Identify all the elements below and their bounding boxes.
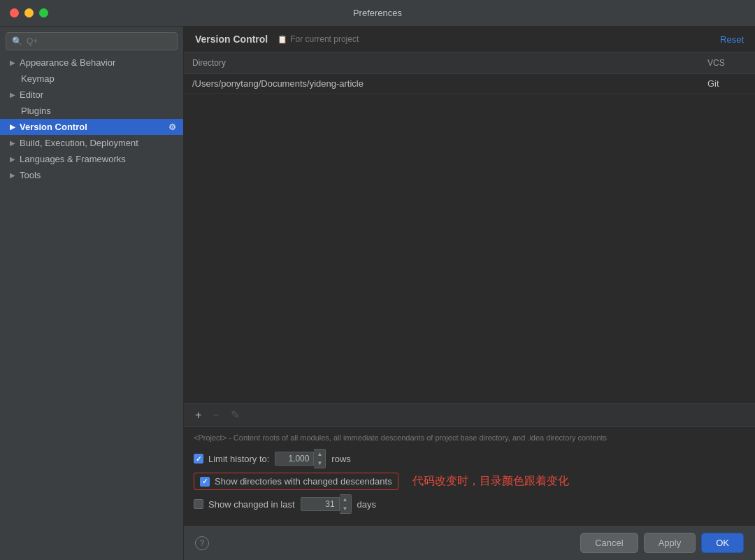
table-header: Directory VCS — [184, 52, 755, 74]
show-descendants-label[interactable]: Show directories with changed descendant… — [200, 476, 392, 487]
sidebar-item-editor[interactable]: ▶ Editor — [0, 87, 183, 103]
col-header-directory: Directory — [184, 55, 699, 71]
show-descendants-text: Show directories with changed descendant… — [215, 476, 392, 487]
annotation-text: 代码改变时，目录颜色跟着变化 — [412, 474, 569, 489]
cell-directory: /Users/ponytang/Documents/yideng-article — [184, 74, 699, 93]
spinner-up-button-2[interactable]: ▲ — [340, 495, 351, 504]
main-layout: 🔍 ▶ Appearance & Behavior Keymap ▶ Edito… — [0, 27, 755, 560]
sidebar-item-keymap[interactable]: Keymap — [0, 71, 183, 87]
limit-history-input-group: ▲ ▼ — [275, 449, 326, 468]
search-icon: 🔍 — [12, 36, 22, 46]
sidebar-item-build[interactable]: ▶ Build, Execution, Deployment — [0, 135, 183, 151]
sidebar-item-tools[interactable]: ▶ Tools — [0, 167, 183, 183]
maximize-button[interactable] — [39, 8, 48, 17]
chevron-right-icon: ▶ — [10, 91, 15, 99]
sidebar-item-label: Tools — [20, 170, 41, 180]
search-input[interactable] — [27, 36, 171, 46]
show-changed-last-input-group: ▲ ▼ — [301, 494, 352, 514]
sidebar-item-label: Build, Execution, Deployment — [20, 138, 138, 148]
cell-vcs: Git — [699, 74, 755, 93]
close-button[interactable] — [10, 8, 19, 17]
vcs-table: Directory VCS /Users/ponytang/Documents/… — [184, 52, 755, 426]
chevron-right-icon: ▶ — [10, 59, 15, 66]
spinner-down-button-2[interactable]: ▼ — [340, 504, 351, 513]
button-bar: ? Cancel Apply OK — [184, 525, 755, 560]
window-controls — [10, 8, 48, 17]
table-body: /Users/ponytang/Documents/yideng-article… — [184, 74, 755, 403]
spinner-down-button[interactable]: ▼ — [314, 459, 325, 468]
sidebar-item-languages[interactable]: ▶ Languages & Frameworks — [0, 151, 183, 167]
col-header-vcs: VCS — [699, 55, 755, 71]
limit-history-label[interactable]: Limit history to: — [194, 454, 269, 464]
show-descendants-checkbox[interactable] — [200, 477, 210, 487]
sidebar-item-label: Editor — [20, 89, 43, 100]
remove-button[interactable]: − — [208, 408, 223, 422]
cancel-button[interactable]: Cancel — [580, 533, 638, 553]
sidebar-item-label: Version Control — [20, 122, 87, 132]
limit-history-suffix: rows — [331, 454, 350, 464]
content-header: Version Control 📋 For current project Re… — [184, 27, 755, 52]
page-title: Version Control — [195, 34, 268, 45]
limit-history-text: Limit history to: — [208, 454, 269, 464]
sidebar-item-appearance[interactable]: ▶ Appearance & Behavior — [0, 55, 183, 71]
highlighted-option-box: Show directories with changed descendant… — [194, 473, 398, 490]
table-toolbar: + − ✎ — [184, 403, 755, 426]
show-changed-last-checkbox[interactable] — [194, 499, 203, 509]
show-changed-last-label[interactable]: Show changed in last — [194, 499, 295, 510]
show-changed-last-input[interactable] — [301, 497, 340, 511]
option-show-changed-last: Show changed in last ▲ ▼ days — [194, 494, 745, 514]
content-area: Version Control 📋 For current project Re… — [184, 27, 755, 560]
chevron-right-icon: ▶ — [10, 139, 15, 147]
ok-button[interactable]: OK — [701, 533, 744, 553]
for-project-label: 📋 For current project — [278, 34, 359, 44]
show-changed-last-text: Show changed in last — [208, 499, 295, 510]
content-header-left: Version Control 📋 For current project — [195, 34, 359, 45]
chevron-right-icon: ▶ — [10, 171, 15, 179]
minimize-button[interactable] — [24, 8, 34, 17]
spinner-up-button[interactable]: ▲ — [314, 450, 325, 459]
title-bar: Preferences — [0, 0, 755, 27]
help-button[interactable]: ? — [195, 536, 209, 550]
add-button[interactable]: + — [191, 408, 206, 422]
sidebar-item-version-control[interactable]: ▶ Version Control ⚙ — [0, 119, 183, 135]
project-icon: 📋 — [278, 35, 287, 44]
option-limit-history: Limit history to: ▲ ▼ rows — [194, 449, 745, 468]
sidebar-item-plugins[interactable]: Plugins — [0, 103, 183, 119]
option-show-descendants: Show directories with changed descendant… — [194, 473, 745, 490]
bottom-options: <Project> - Content roots of all modules… — [184, 426, 755, 525]
sidebar: 🔍 ▶ Appearance & Behavior Keymap ▶ Edito… — [0, 27, 184, 560]
sidebar-item-label: Languages & Frameworks — [20, 154, 126, 164]
spinner-buttons: ▲ ▼ — [314, 449, 326, 468]
chevron-right-icon: ▶ — [10, 123, 15, 131]
search-box[interactable]: 🔍 — [6, 32, 178, 50]
hint-text: <Project> - Content roots of all modules… — [194, 433, 745, 443]
limit-history-input[interactable] — [275, 452, 314, 466]
spinner-buttons-2: ▲ ▼ — [340, 494, 352, 514]
apply-button[interactable]: Apply — [644, 533, 696, 553]
sidebar-item-label: Keymap — [21, 73, 55, 84]
window-title: Preferences — [353, 8, 402, 18]
limit-history-checkbox[interactable] — [194, 454, 203, 464]
edit-button[interactable]: ✎ — [226, 408, 244, 422]
sidebar-item-label: Appearance & Behavior — [20, 57, 115, 68]
show-changed-last-suffix: days — [357, 499, 376, 510]
chevron-right-icon: ▶ — [10, 155, 15, 163]
settings-icon: ⚙ — [168, 122, 176, 132]
reset-button[interactable]: Reset — [720, 34, 744, 45]
sidebar-item-label: Plugins — [21, 106, 51, 116]
dialog-buttons: Cancel Apply OK — [580, 533, 744, 553]
table-row[interactable]: /Users/ponytang/Documents/yideng-article… — [184, 74, 755, 94]
